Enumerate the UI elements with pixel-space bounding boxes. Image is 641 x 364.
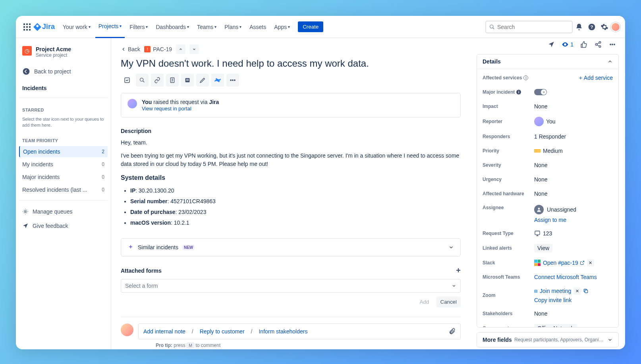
project-name: Project Acme xyxy=(36,46,71,52)
svg-line-29 xyxy=(597,45,599,46)
notifications-icon[interactable] xyxy=(573,21,585,33)
zoom-join-link[interactable]: Join meeting xyxy=(540,288,571,294)
starred-heading: STARRED xyxy=(19,103,108,114)
severity-value[interactable]: None xyxy=(534,162,613,168)
comment-box[interactable]: Add internal note / Reply to customer / … xyxy=(138,324,461,339)
nav-plans[interactable]: Plans▾ xyxy=(221,21,245,33)
urgency-value[interactable]: None xyxy=(534,176,613,183)
reporter-avatar xyxy=(534,117,544,126)
info-icon[interactable]: i xyxy=(516,90,521,94)
watchers-button[interactable]: 1 xyxy=(559,38,576,51)
more-actions-icon[interactable]: ••• xyxy=(226,74,239,87)
comment-avatar xyxy=(121,324,133,336)
cancel-form-button[interactable]: Cancel xyxy=(436,297,461,307)
link-icon[interactable] xyxy=(151,74,164,87)
tab-reply-customer[interactable]: Reply to customer xyxy=(200,328,245,335)
slack-link[interactable]: Open #pac-19 xyxy=(543,260,585,266)
linked-alerts-view[interactable]: View xyxy=(534,244,552,252)
back-button[interactable]: Back xyxy=(121,46,140,52)
svg-point-30 xyxy=(538,208,540,210)
assignee-value[interactable]: Unassigned xyxy=(534,205,576,214)
new-badge: NEW xyxy=(182,245,195,250)
add-form-icon[interactable]: + xyxy=(456,266,461,275)
back-to-project[interactable]: Back to project xyxy=(19,64,108,79)
more-fields-panel[interactable]: More fields Request participants, Approv… xyxy=(477,332,619,347)
nav-teams[interactable]: Teams▾ xyxy=(194,21,220,33)
settings-icon[interactable] xyxy=(598,21,611,33)
find-icon[interactable] xyxy=(136,74,149,87)
hardware-value[interactable]: None xyxy=(534,191,613,197)
create-button[interactable]: Create xyxy=(298,21,323,32)
add-form-button[interactable]: Add xyxy=(416,297,433,307)
major-incident-toggle[interactable] xyxy=(534,89,547,95)
like-icon[interactable] xyxy=(577,38,590,51)
share-icon[interactable] xyxy=(592,38,604,51)
nav-dashboards[interactable]: Dashboards▾ xyxy=(153,21,192,33)
view-in-portal-link[interactable]: View request in portal xyxy=(142,106,191,112)
feedback-icon[interactable] xyxy=(545,38,558,51)
attach-icon[interactable] xyxy=(121,74,133,87)
sparkle-icon xyxy=(127,244,134,250)
teams-link[interactable]: Connect Microsoft Teams xyxy=(534,274,597,280)
similar-incidents-panel[interactable]: Similar incidents NEW xyxy=(121,238,461,256)
add-service-link[interactable]: +Add service xyxy=(579,75,613,81)
svg-rect-23 xyxy=(186,79,189,79)
form-select[interactable]: Select a form xyxy=(121,279,461,293)
search-input[interactable] xyxy=(485,21,573,33)
profile-avatar[interactable] xyxy=(611,22,620,32)
svg-point-16 xyxy=(140,78,143,81)
nav-assets[interactable]: Assets xyxy=(246,21,269,33)
description-p2[interactable]: I've been trying to get my VPN working, … xyxy=(121,152,461,168)
description-p1[interactable]: Hey, team. xyxy=(121,139,461,147)
help-icon[interactable]: ? xyxy=(585,21,598,33)
responders-value[interactable]: 1 Responder xyxy=(534,133,613,140)
prev-issue-button[interactable] xyxy=(176,44,185,54)
svg-rect-3 xyxy=(23,26,25,28)
slack-remove[interactable]: ✕ xyxy=(587,259,594,266)
assign-to-me-link[interactable]: Assign to me xyxy=(534,217,566,223)
pen-icon[interactable] xyxy=(196,74,209,87)
give-feedback[interactable]: Give feedback xyxy=(19,220,108,232)
queue-open-incidents[interactable]: Open incidents2 xyxy=(19,146,108,157)
zoom-copy-link[interactable]: Copy invite link xyxy=(534,297,571,303)
jira-logo[interactable]: Jira xyxy=(33,23,55,31)
note-icon[interactable] xyxy=(181,74,194,87)
tab-internal-note[interactable]: Add internal note xyxy=(143,328,185,335)
next-issue-button[interactable] xyxy=(189,44,199,54)
impact-value[interactable]: None xyxy=(534,103,613,110)
request-raised-box: You raised this request via Jira View re… xyxy=(121,93,461,117)
more-icon[interactable]: ••• xyxy=(606,38,619,51)
attachment-icon[interactable] xyxy=(448,328,456,335)
info-icon[interactable]: i xyxy=(523,75,528,80)
svg-rect-4 xyxy=(26,26,28,28)
requester-avatar xyxy=(127,99,137,108)
tab-inform-stakeholders[interactable]: Inform stakeholders xyxy=(259,328,307,335)
reporter-value[interactable]: You xyxy=(534,117,613,126)
queue-resolved-incidents[interactable]: Resolved incidents (last ...0 xyxy=(19,184,108,195)
collapse-icon[interactable] xyxy=(607,59,613,64)
stakeholders-value[interactable]: None xyxy=(534,310,613,317)
nav-apps[interactable]: Apps▾ xyxy=(271,21,293,33)
app-switcher-icon[interactable] xyxy=(21,21,33,33)
svg-line-28 xyxy=(597,43,599,44)
request-type-value[interactable]: 123 xyxy=(534,230,613,237)
attached-forms-heading: Attached forms xyxy=(121,268,162,274)
nav-projects[interactable]: Projects▾ xyxy=(95,16,125,38)
svg-point-13 xyxy=(23,68,30,75)
svg-rect-6 xyxy=(23,29,25,31)
svg-point-25 xyxy=(599,42,601,44)
queue-major-incidents[interactable]: Major incidents0 xyxy=(19,171,108,183)
description-heading: Description xyxy=(121,127,461,135)
kb-icon[interactable] xyxy=(166,74,179,87)
manage-queues[interactable]: Manage queues xyxy=(19,205,108,218)
issue-key[interactable]: ! PAC-19 xyxy=(144,46,172,52)
zoom-remove[interactable]: ✕ xyxy=(573,287,581,295)
nav-your-work[interactable]: Your work▾ xyxy=(60,21,94,33)
nav-filters[interactable]: Filters▾ xyxy=(126,21,151,33)
issue-title[interactable]: My VPN doesn't work. I need help to acce… xyxy=(121,58,461,69)
confluence-icon[interactable] xyxy=(211,74,224,87)
queue-my-incidents[interactable]: My incidents0 xyxy=(19,159,108,170)
svg-point-27 xyxy=(599,46,601,48)
component-chip[interactable]: Office Network xyxy=(534,324,577,327)
priority-value[interactable]: Medium xyxy=(534,148,613,154)
